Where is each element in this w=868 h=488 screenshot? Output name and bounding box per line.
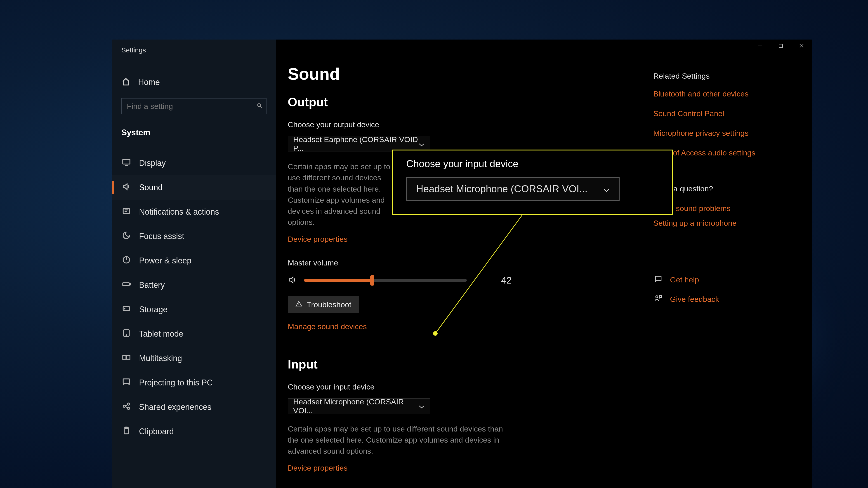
input-choose-label: Choose your input device xyxy=(288,383,640,391)
chevron-down-icon xyxy=(418,140,425,149)
sidebar-item-label: Sound xyxy=(139,183,162,192)
app-title: Settings xyxy=(112,46,276,54)
minimize-button[interactable] xyxy=(749,39,770,52)
input-device-dropdown[interactable]: Headset Microphone (CORSAIR VOI... xyxy=(288,398,430,414)
svg-point-15 xyxy=(127,407,130,410)
sidebar-item-label: Multitasking xyxy=(139,354,182,363)
focus-assist-icon xyxy=(121,231,131,242)
faq-link-fixing-sound[interactable]: Fixing sound problems xyxy=(653,204,800,213)
sound-icon xyxy=(121,182,131,193)
projecting-icon xyxy=(121,378,131,388)
master-volume-value: 42 xyxy=(501,275,512,286)
related-link-ease-of-access[interactable]: Ease of Access audio settings xyxy=(653,149,800,157)
svg-rect-5 xyxy=(129,283,130,285)
callout-input-dropdown[interactable]: Headset Microphone (CORSAIR VOI... xyxy=(406,177,620,201)
svg-point-14 xyxy=(127,403,130,405)
sidebar-item-power-sleep[interactable]: Power & sleep xyxy=(112,249,276,273)
master-volume-label: Master volume xyxy=(288,258,640,267)
get-help-link[interactable]: Get help xyxy=(670,275,699,284)
output-device-properties-link[interactable]: Device properties xyxy=(288,235,348,243)
chat-icon xyxy=(653,274,663,285)
chevron-down-icon xyxy=(418,402,425,411)
output-choose-label: Choose your output device xyxy=(288,120,640,129)
window-controls xyxy=(749,39,812,52)
notifications-icon xyxy=(121,207,131,217)
svg-rect-12 xyxy=(123,379,130,383)
display-icon xyxy=(121,158,131,168)
troubleshoot-button[interactable]: Troubleshoot xyxy=(288,296,359,313)
related-link-mic-privacy[interactable]: Microphone privacy settings xyxy=(653,129,800,138)
sidebar-item-multitasking[interactable]: Multitasking xyxy=(112,346,276,370)
output-heading: Output xyxy=(288,95,640,109)
warning-icon xyxy=(296,300,302,309)
input-helper-text: Certain apps may be set up to use differ… xyxy=(288,423,514,457)
input-device-properties-link[interactable]: Device properties xyxy=(288,464,348,473)
related-settings-heading: Related Settings xyxy=(653,72,800,80)
output-helper-text: Certain apps may be set up to use differ… xyxy=(288,161,394,228)
power-icon xyxy=(121,256,131,266)
home-label: Home xyxy=(138,77,160,87)
sidebar-item-clipboard[interactable]: Clipboard xyxy=(112,419,276,444)
sidebar-item-tablet-mode[interactable]: Tablet mode xyxy=(112,322,276,346)
sidebar-item-projecting[interactable]: Projecting to this PC xyxy=(112,370,276,395)
search-input[interactable] xyxy=(121,98,267,114)
manage-sound-devices-link[interactable]: Manage sound devices xyxy=(288,322,367,331)
sidebar-item-label: Focus assist xyxy=(139,232,184,241)
speaker-icon[interactable] xyxy=(288,275,297,285)
settings-window: Settings Home System Display Sound Notif… xyxy=(112,39,812,436)
svg-rect-11 xyxy=(127,356,130,359)
related-link-bluetooth[interactable]: Bluetooth and other devices xyxy=(653,90,800,98)
sidebar-item-battery[interactable]: Battery xyxy=(112,273,276,297)
clipboard-icon xyxy=(121,426,131,437)
faq-link-setting-up-mic[interactable]: Setting up a microphone xyxy=(653,219,800,228)
svg-point-13 xyxy=(123,405,125,408)
troubleshoot-label: Troubleshoot xyxy=(307,300,351,309)
sidebar-item-notifications[interactable]: Notifications & actions xyxy=(112,200,276,224)
close-button[interactable] xyxy=(791,39,812,52)
sidebar-item-label: Shared experiences xyxy=(139,402,211,412)
svg-rect-1 xyxy=(123,159,130,164)
multitasking-icon xyxy=(121,353,131,364)
related-link-sound-control-panel[interactable]: Sound Control Panel xyxy=(653,109,800,118)
svg-rect-4 xyxy=(123,283,129,286)
storage-icon xyxy=(121,304,131,315)
page-title: Sound xyxy=(288,64,640,84)
svg-rect-18 xyxy=(779,44,782,47)
sidebar-item-label: Clipboard xyxy=(139,427,174,436)
svg-point-9 xyxy=(126,335,127,335)
sidebar-item-label: Storage xyxy=(139,305,167,314)
sidebar-item-shared-experiences[interactable]: Shared experiences xyxy=(112,395,276,419)
tablet-icon xyxy=(121,329,131,339)
callout-title: Choose your input device xyxy=(406,158,658,169)
sidebar-item-label: Notifications & actions xyxy=(139,207,219,217)
maximize-button[interactable] xyxy=(770,39,791,52)
feedback-icon xyxy=(653,294,663,304)
input-heading: Input xyxy=(288,357,640,371)
sidebar-item-focus-assist[interactable]: Focus assist xyxy=(112,224,276,249)
content-pane: Sound Output Choose your output device H… xyxy=(276,39,812,488)
master-volume-slider[interactable] xyxy=(304,279,467,282)
sidebar-item-sound[interactable]: Sound xyxy=(112,175,276,200)
give-feedback-row[interactable]: Give feedback xyxy=(653,294,800,304)
sidebar-item-storage[interactable]: Storage xyxy=(112,297,276,322)
annotation-callout: Choose your input device Headset Microph… xyxy=(392,150,673,215)
svg-rect-10 xyxy=(123,356,126,359)
callout-input-value: Headset Microphone (CORSAIR VOI... xyxy=(416,183,587,195)
chevron-down-icon xyxy=(603,183,610,195)
slider-fill xyxy=(304,279,372,282)
get-help-row[interactable]: Get help xyxy=(653,274,800,285)
sidebar-item-display[interactable]: Display xyxy=(112,151,276,175)
sidebar-item-label: Tablet mode xyxy=(139,329,183,339)
sidebar-item-label: Display xyxy=(139,158,166,168)
question-heading: Have a question? xyxy=(653,184,800,193)
home-icon xyxy=(121,77,130,87)
sidebar-item-label: Battery xyxy=(139,281,165,290)
give-feedback-link[interactable]: Give feedback xyxy=(670,295,719,304)
main-column: Sound Output Choose your output device H… xyxy=(288,64,644,488)
slider-thumb[interactable] xyxy=(370,275,374,286)
sidebar-item-label: Power & sleep xyxy=(139,256,191,265)
sidebar-item-label: Projecting to this PC xyxy=(139,378,213,387)
sidebar: Settings Home System Display Sound Notif… xyxy=(112,39,276,488)
home-button[interactable]: Home xyxy=(112,75,276,89)
shared-icon xyxy=(121,402,131,413)
